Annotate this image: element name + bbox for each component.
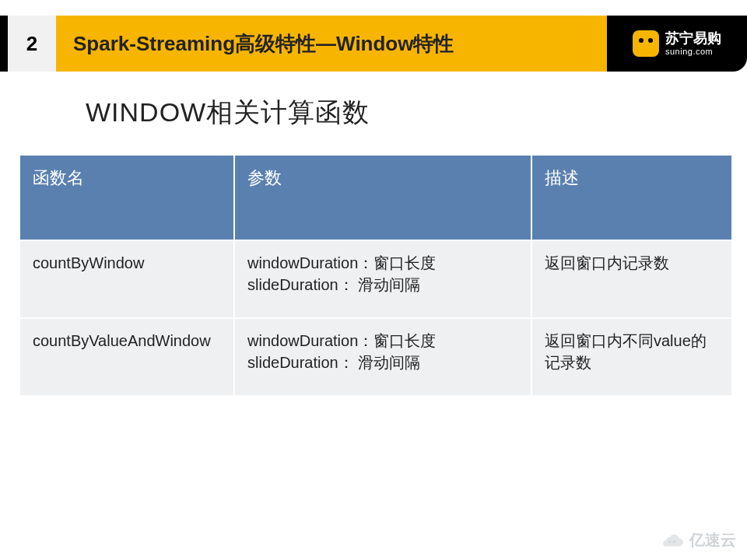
table-row: countByValueAndWindow windowDuration：窗口长…: [19, 318, 732, 396]
cell-desc: 返回窗口内不同value的记录数: [531, 318, 732, 396]
table-row: countByWindow windowDuration：窗口长度 slideD…: [19, 240, 732, 318]
slide-number-tab: 2: [0, 16, 56, 72]
slide-title: Spark-Streaming高级特性—Window特性: [73, 30, 454, 58]
cloud-icon: [661, 533, 685, 548]
slide-header: 2 Spark-Streaming高级特性—Window特性 苏宁易购 suni…: [0, 16, 747, 72]
slide-number: 2: [26, 32, 37, 56]
slide-title-bar: Spark-Streaming高级特性—Window特性: [56, 16, 607, 72]
cell-name: countByWindow: [19, 240, 234, 318]
cell-name: countByValueAndWindow: [19, 318, 234, 396]
header-name: 函数名: [19, 155, 234, 240]
svg-point-0: [668, 541, 671, 543]
watermark: 亿速云: [661, 530, 736, 551]
cell-param: windowDuration：窗口长度 slideDuration： 滑动间隔: [234, 318, 531, 396]
suning-lion-icon: [633, 30, 659, 57]
brand-badge: 苏宁易购 suning.com: [607, 16, 747, 72]
brand-name-en: suning.com: [665, 47, 721, 56]
header-desc: 描述: [531, 155, 732, 240]
cell-desc: 返回窗口内记录数: [531, 240, 732, 318]
table-header-row: 函数名 参数 描述: [19, 155, 732, 240]
functions-table: 函数名 参数 描述 countByWindow windowDuration：窗…: [19, 154, 733, 397]
header-param: 参数: [234, 155, 531, 240]
slide-content: WINDOW相关计算函数 函数名 参数 描述 countByWindow win…: [0, 72, 747, 397]
brand-text: 苏宁易购 suning.com: [665, 31, 721, 56]
brand-name-cn: 苏宁易购: [665, 31, 721, 47]
svg-point-1: [673, 541, 675, 543]
watermark-text: 亿速云: [689, 530, 736, 551]
cell-param: windowDuration：窗口长度 slideDuration： 滑动间隔: [234, 240, 531, 318]
section-title: WINDOW相关计算函数: [86, 95, 728, 131]
